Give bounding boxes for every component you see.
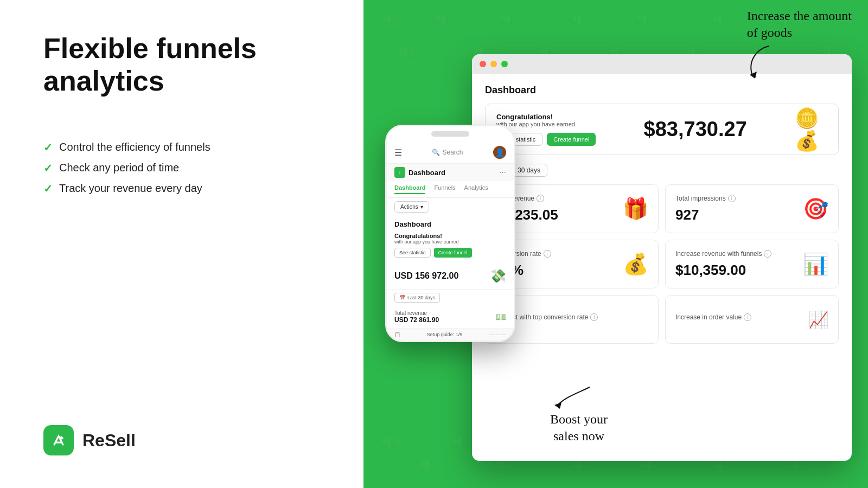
search-icon: 🔍 [432,149,440,156]
stat-value-increase-revenue: $10,359.00 [675,262,771,279]
phone-actions: Actions ▾ [387,198,514,216]
info-icon-top-conversion: i [590,313,598,321]
phone-congrats-buttons: See statistic Create funnel [394,248,506,258]
phone-setup: 📋 Setup guide: 1/5 — — — [387,329,514,341]
stat-card-total-impressions: Total impressions i 927 🎯 [665,184,839,233]
svg-marker-1 [750,72,757,79]
svg-marker-2 [554,402,561,409]
stat-info-total-impressions: Total impressions i 927 [675,195,736,223]
browser-body: Dashboard Congratulations! with our app … [472,74,852,461]
stat-card-increase-revenue: Increase revenue with funnels i $10,359.… [665,240,839,288]
phone-money-icon: 💸 [490,268,506,284]
feature-item-3: ✓ Track your revenue every day [43,182,331,195]
stats-grid: Total revenue i 13,235.05 🎁 Total impres… [485,184,839,344]
phone-congrats: Congratulations! with our app you have e… [387,230,514,263]
congrats-amount: $83,730.27 [644,118,747,141]
phone-see-statistic-button[interactable]: See statistic [394,248,431,258]
info-icon-order-value: i [744,313,751,321]
info-icon-impressions: i [728,195,736,202]
feature-item-1: ✓ Control the efficiency of funnels [43,141,331,154]
brand-section: ReSell [43,425,331,455]
congrats-card: Congratulations! with our app you have e… [485,104,839,155]
gift-icon: 🎁 [623,197,648,221]
phone-notch-bar [431,131,469,137]
money-bag-icon: 🪙💰 [795,113,827,146]
target-icon: 🎯 [803,197,828,221]
phone-stat-info: Total revenue USD 72 861.90 [394,310,439,324]
phone-content: ☰ 🔍 Search 👤 ↑ Dashboard ··· Dashb [387,142,514,341]
phone-setup-icon: 📋 [394,332,400,337]
stat-label-order-value: Increase in order value i [675,313,751,321]
check-icon-1: ✓ [43,141,53,154]
nav-logo: ↑ [394,167,405,178]
main-title: Flexible funnels analytics [43,33,331,98]
stat-info-increase-revenue: Increase revenue with funnels i $10,359.… [675,250,771,279]
feature-list: ✓ Control the efficiency of funnels ✓ Ch… [43,141,331,195]
congrats-sub: with our app you have earned [496,121,596,127]
phone-stat-icon: 💵 [495,312,506,322]
coin-icon: 💰 [623,252,648,276]
phone-calendar-icon: 📅 [399,295,405,300]
phone-search[interactable]: 🔍 Search [432,149,463,156]
browser-page-title: Dashboard [485,85,839,96]
phone-header: ☰ 🔍 Search 👤 [387,142,514,164]
phone-date-filter[interactable]: 📅 Last 30 days [394,293,440,303]
phone-amount-section: USD 156 972.00 💸 [387,263,514,290]
create-funnel-button[interactable]: Create funnel [547,133,596,146]
feature-item-2: ✓ Check any period of time [43,162,331,175]
chart-icon: 📊 [803,252,828,276]
info-icon-total-revenue: i [537,195,544,202]
brand-logo [43,425,74,455]
phone-notch [387,126,514,142]
check-icon-3: ✓ [43,182,53,195]
phone-nav-title: ↑ Dashboard [394,167,445,178]
tab-analytics[interactable]: Analytics [464,184,488,194]
phone-nav: ↑ Dashboard ··· [387,164,514,181]
phone-section-title: Dashboard [387,216,514,230]
phone-progress-dots: — — — [489,332,506,337]
annotation-top: Increase the amount of goods [747,8,852,84]
more-options-icon[interactable]: ··· [499,168,506,177]
info-icon-conversion: i [544,250,551,258]
phone-amount: USD 156 972.00 [394,271,458,281]
stat-label-increase-revenue: Increase revenue with funnels i [675,250,771,258]
browser-window: Dashboard Congratulations! with our app … [472,54,852,461]
user-avatar[interactable]: 👤 [493,146,506,159]
tab-funnels[interactable]: Funnels [434,184,455,194]
wave-chart-icon: 📈 [808,310,828,329]
brand-name: ReSell [82,431,136,451]
info-icon-increase-revenue: i [764,250,771,258]
stat-info-order-value: Increase in order value i [675,313,751,325]
annotation-bottom: Boost your sales now [550,382,608,445]
phone-stat-row: Total revenue USD 72 861.90 💵 [387,306,514,329]
browser-dot-red [480,61,486,67]
stat-label-total-impressions: Total impressions i [675,195,736,202]
right-panel: 💵 💵 💵 💵 💵 💵 💵 💵 💵 💵 💵 💵 💵 💵 💵 💵 💵 💵 💵 💵 … [363,0,868,488]
phone-frame: ☰ 🔍 Search 👤 ↑ Dashboard ··· Dashb [385,125,515,342]
chevron-down-icon: ▾ [420,204,423,210]
phone-create-funnel-button[interactable]: Create funnel [434,248,472,258]
check-icon-2: ✓ [43,162,53,175]
stat-value-total-impressions: 927 [675,207,736,223]
tab-dashboard[interactable]: Dashboard [394,184,425,194]
browser-dot-green [501,61,508,67]
phone-tabs: Dashboard Funnels Analytics [387,181,514,198]
left-panel: Flexible funnels analytics ✓ Control the… [0,0,363,488]
congrats-label: Congratulations! [496,113,596,121]
stat-card-order-value: Increase in order value i 📈 [665,295,839,344]
browser-dot-yellow [490,61,497,67]
actions-button[interactable]: Actions ▾ [394,201,429,213]
hamburger-icon[interactable]: ☰ [394,147,402,158]
